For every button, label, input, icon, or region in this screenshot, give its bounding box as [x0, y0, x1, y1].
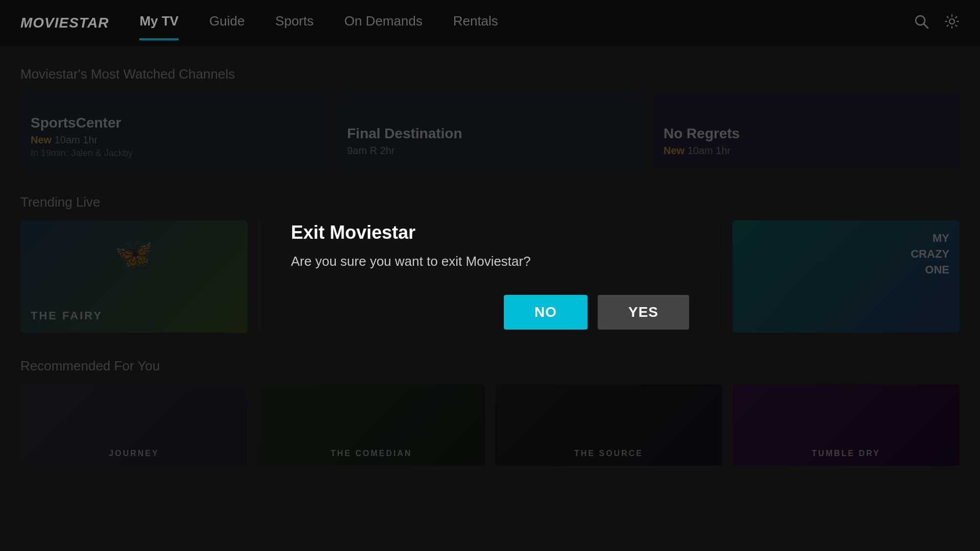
yes-button[interactable]: YES	[598, 295, 689, 330]
modal-message: Are you sure you want to exit Moviestar?	[291, 254, 689, 269]
modal-overlay: Exit Moviestar Are you sure you want to …	[0, 0, 980, 551]
exit-modal: Exit Moviestar Are you sure you want to …	[260, 196, 720, 355]
no-button[interactable]: NO	[504, 295, 587, 330]
modal-title: Exit Moviestar	[291, 222, 689, 243]
modal-buttons: NO YES	[291, 295, 689, 330]
